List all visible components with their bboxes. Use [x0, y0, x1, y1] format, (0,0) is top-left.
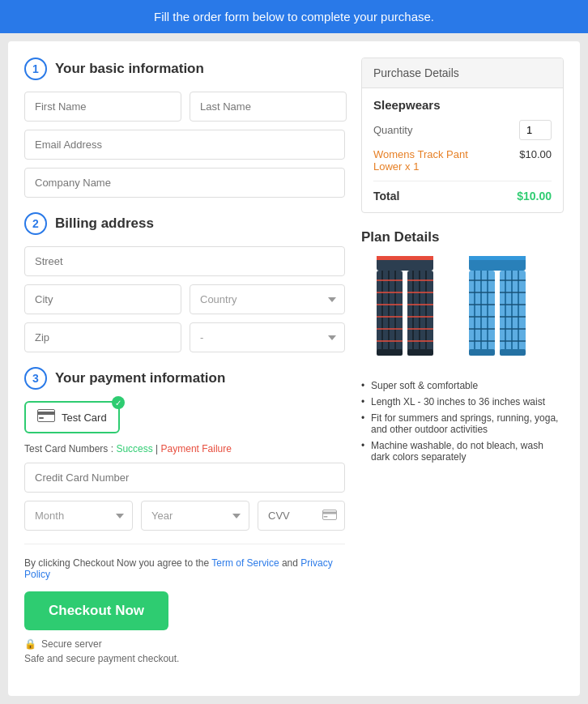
top-banner: Fill the order form below to complete yo… [0, 0, 588, 33]
state-select[interactable]: - [190, 322, 345, 352]
name-row [24, 92, 345, 122]
checkout-button[interactable]: Checkout Now [24, 591, 168, 630]
section3-title: Your payment information [55, 370, 225, 386]
card-option-label: Test Card [62, 412, 107, 424]
svg-rect-1 [37, 412, 55, 415]
product-name: Sleepwears [373, 98, 552, 112]
banner-text: Fill the order form below to complete yo… [154, 10, 434, 23]
email-input[interactable] [24, 130, 345, 160]
secure-text: 🔒 Secure server [24, 638, 345, 650]
terms-link[interactable]: Term of Service [211, 557, 279, 569]
section3-header: 3 Your payment information [24, 367, 345, 390]
safe-text: Safe and secure payment checkout. [24, 653, 345, 664]
qty-label: Quantity [373, 124, 412, 136]
step1-circle: 1 [24, 58, 47, 80]
company-input[interactable] [24, 168, 345, 198]
feature-item: Fit for summers and springs, running, yo… [361, 412, 564, 435]
first-name-input[interactable] [24, 92, 181, 122]
qty-row: Quantity [373, 120, 552, 140]
total-label: Total [373, 190, 399, 203]
item-name: Womens Track Pant Lower x 1 [373, 148, 468, 173]
svg-rect-4 [322, 511, 337, 514]
svg-rect-2 [39, 417, 44, 419]
feature-item: Super soft & comfortable [361, 380, 564, 391]
total-row: Total $10.00 [373, 181, 552, 203]
terms-text: By clicking Checkout Now you agree to th… [24, 557, 345, 580]
left-panel: 1 Your basic information 2 Billing addre… [24, 58, 345, 680]
section2-title: Billing address [55, 215, 154, 232]
company-row [24, 168, 345, 198]
plan-details-title: Plan Details [361, 229, 564, 245]
section2-header: 2 Billing address [24, 212, 345, 235]
card-option[interactable]: ✓ Test Card [24, 401, 120, 433]
cc-number-input[interactable] [24, 463, 345, 493]
success-link[interactable]: Success [116, 443, 152, 454]
zip-state-row: - [24, 322, 345, 352]
country-select[interactable]: Country [190, 284, 345, 314]
svg-rect-31 [469, 256, 526, 260]
city-input[interactable] [24, 284, 181, 314]
svg-rect-5 [324, 516, 328, 518]
svg-rect-28 [377, 349, 403, 356]
qty-input[interactable] [519, 120, 552, 140]
card-check-icon: ✓ [112, 396, 125, 409]
purchase-details-box: Purchase Details Sleepwears Quantity Wom… [361, 58, 564, 213]
failure-link[interactable]: Payment Failure [161, 443, 232, 454]
svg-rect-0 [38, 410, 55, 422]
section1-title: Your basic information [55, 61, 204, 77]
cc-number-row [24, 463, 345, 493]
purchase-details-header: Purchase Details [362, 58, 563, 88]
cvv-wrap [258, 501, 345, 531]
purchase-details-body: Sleepwears Quantity Womens Track Pant Lo… [362, 88, 563, 212]
lock-icon: 🔒 [24, 638, 36, 650]
step2-circle: 2 [24, 212, 47, 235]
item-price: $10.00 [519, 148, 552, 160]
svg-rect-3 [323, 510, 337, 519]
feature-item: Length XL - 30 inches to 36 inches waist [361, 396, 564, 407]
street-input[interactable] [24, 246, 345, 276]
zip-input[interactable] [24, 322, 181, 352]
month-select[interactable]: Month [24, 501, 133, 531]
svg-rect-53 [500, 349, 526, 356]
features-list: Super soft & comfortable Length XL - 30 … [361, 380, 564, 463]
test-card-note: Test Card Numbers : Success | Payment Fa… [24, 443, 345, 454]
credit-card-icon [37, 409, 55, 425]
product-img-dark [361, 255, 449, 369]
last-name-input[interactable] [190, 92, 347, 122]
svg-rect-7 [377, 256, 433, 260]
year-select[interactable]: Year [141, 501, 249, 531]
step3-circle: 3 [24, 367, 47, 390]
payment-options: ✓ Test Card [24, 401, 345, 433]
cvv-row: Month Year [24, 501, 345, 531]
item-row: Womens Track Pant Lower x 1 $10.00 [373, 148, 552, 173]
product-img-blue [454, 255, 541, 369]
svg-rect-29 [407, 349, 433, 356]
svg-rect-52 [469, 349, 495, 356]
email-row [24, 130, 345, 160]
right-panel: Purchase Details Sleepwears Quantity Wom… [361, 58, 564, 680]
section1-header: 1 Your basic information [24, 58, 345, 80]
city-country-row: Country [24, 284, 345, 314]
total-price: $10.00 [517, 190, 552, 203]
street-row [24, 246, 345, 276]
divider [24, 544, 345, 544]
product-images [361, 255, 564, 369]
cvv-card-icon [322, 510, 337, 523]
feature-item: Machine washable, do not bleach, wash da… [361, 440, 564, 463]
